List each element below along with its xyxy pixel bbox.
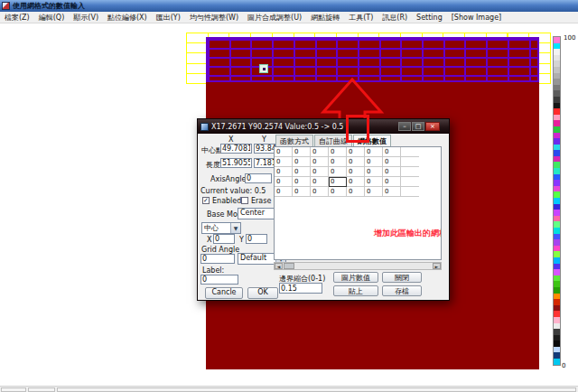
menu-item-6[interactable]: 均勻性調整(W) — [185, 12, 243, 23]
palette-swatch[interactable] — [554, 305, 560, 312]
palette-swatch[interactable] — [554, 186, 560, 192]
grid-cell[interactable]: 0 — [329, 177, 347, 187]
menu-item-10[interactable]: 訊息(R) — [378, 12, 412, 23]
palette-swatch[interactable] — [554, 126, 560, 133]
palette-swatch[interactable] — [554, 174, 560, 181]
grid-cell[interactable]: 0 — [329, 187, 347, 197]
palette-swatch[interactable] — [554, 145, 560, 151]
menu-item-7[interactable]: 圖片合成調整(U) — [243, 12, 306, 23]
grid-cell[interactable]: 0 — [347, 157, 365, 167]
tab-function-mode[interactable]: 函數方式 — [275, 135, 313, 146]
palette-swatch[interactable] — [554, 49, 560, 55]
palette-swatch[interactable] — [554, 162, 560, 168]
palette-swatch[interactable] — [554, 55, 560, 61]
paste-button[interactable]: 貼上 — [333, 285, 378, 296]
palette-swatch[interactable] — [554, 234, 560, 240]
grid-cell[interactable]: 0 — [311, 177, 329, 187]
grid-point-marker[interactable] — [259, 64, 268, 73]
grid-cell[interactable]: 0 — [365, 157, 383, 167]
axis-angle-field[interactable] — [245, 173, 272, 183]
grid-cell[interactable]: 0 — [293, 177, 311, 187]
grid-cell[interactable]: 0 — [365, 177, 383, 187]
palette-swatch[interactable] — [554, 323, 560, 330]
palette-swatch[interactable] — [554, 97, 560, 103]
grid-cell[interactable]: 0 — [311, 157, 329, 167]
y-offset-field[interactable] — [246, 234, 267, 244]
grid-cell[interactable]: 0 — [275, 157, 293, 167]
menu-item-5[interactable]: 匯出(Y) — [152, 12, 185, 23]
maximize-button[interactable]: □ — [412, 122, 424, 131]
grid-cell[interactable]: 0 — [347, 177, 365, 187]
grid-angle-field[interactable] — [200, 254, 235, 264]
grid-cell[interactable]: 0 — [275, 187, 293, 197]
palette-swatch[interactable] — [554, 168, 560, 174]
erase-dots-checkbox[interactable] — [241, 197, 248, 204]
grid-cell[interactable]: 0 — [383, 157, 401, 167]
grid-cell[interactable]: 0 — [383, 187, 401, 197]
grid-cell[interactable] — [401, 147, 419, 157]
palette-swatch[interactable] — [554, 347, 560, 353]
palette-swatch[interactable] — [554, 216, 560, 222]
menu-item-2[interactable]: 編輯(Q) — [34, 12, 70, 23]
ok-button[interactable]: OK — [247, 287, 278, 299]
palette-swatch[interactable] — [554, 108, 560, 115]
palette-swatch[interactable] — [554, 133, 560, 139]
palette-swatch[interactable] — [554, 198, 560, 204]
grid-cell[interactable]: 0 — [365, 147, 383, 157]
palette-swatch[interactable] — [554, 335, 560, 341]
grid-cell[interactable] — [401, 177, 419, 187]
grid-cell[interactable]: 0 — [329, 147, 347, 157]
grid-cell[interactable]: 0 — [347, 187, 365, 197]
anchor-select[interactable]: 中心 ▼ — [201, 222, 241, 234]
palette-swatch[interactable] — [554, 43, 560, 50]
close-dialog-button[interactable]: 關閉 — [382, 272, 422, 283]
palette-swatch[interactable] — [554, 204, 560, 210]
palette-swatch[interactable] — [554, 85, 560, 91]
palette-swatch[interactable] — [554, 281, 560, 287]
grid-cell[interactable]: 0 — [311, 187, 329, 197]
palette-swatch[interactable] — [554, 115, 560, 121]
palette-swatch[interactable] — [554, 275, 560, 282]
boundary-shrink-field[interactable] — [279, 283, 322, 294]
menu-item-4[interactable]: 點位編修(X) — [103, 12, 152, 23]
menu-item-8[interactable]: 網點旋轉 — [306, 12, 344, 23]
palette-swatch[interactable] — [554, 180, 560, 186]
palette-swatch[interactable] — [554, 61, 560, 67]
palette-swatch[interactable] — [554, 37, 560, 43]
menu-item-9[interactable]: 工具(T) — [344, 12, 378, 23]
palette-swatch[interactable] — [554, 239, 560, 246]
grid-cell[interactable]: 0 — [329, 167, 347, 177]
grid-cell[interactable]: 0 — [383, 147, 401, 157]
horizontal-scrollbar[interactable]: ◄ ► — [274, 262, 442, 270]
palette-swatch[interactable] — [554, 228, 560, 234]
minimize-button[interactable]: – — [398, 122, 411, 131]
palette-swatch[interactable] — [554, 329, 560, 335]
palette-swatch[interactable] — [554, 251, 560, 257]
palette-swatch[interactable] — [554, 90, 560, 97]
image-values-button[interactable]: 圖片數值 — [333, 272, 378, 283]
palette-swatch[interactable] — [554, 294, 560, 300]
palette-swatch[interactable] — [554, 246, 560, 252]
palette-swatch[interactable] — [554, 317, 560, 323]
palette-swatch[interactable] — [554, 264, 560, 270]
center-x-field[interactable] — [220, 144, 252, 154]
grid-cell[interactable]: 0 — [383, 177, 401, 187]
menu-item-11[interactable]: Setting — [412, 12, 447, 23]
palette-swatch[interactable] — [554, 103, 560, 109]
save-button[interactable]: 存檔 — [382, 285, 422, 296]
palette-swatch[interactable] — [554, 150, 560, 156]
palette-swatch[interactable] — [554, 287, 560, 294]
palette-swatch[interactable] — [554, 67, 560, 73]
palette-swatch[interactable] — [554, 341, 560, 347]
palette-swatch[interactable] — [554, 191, 560, 198]
menu-item-12[interactable]: [Show Image] — [447, 12, 506, 23]
palette-swatch[interactable] — [554, 299, 560, 305]
palette-swatch[interactable] — [554, 156, 560, 163]
grid-cell[interactable] — [401, 187, 419, 197]
label-field[interactable] — [200, 275, 238, 285]
menu-item-3[interactable]: 顯示(V) — [69, 12, 103, 23]
grid-cell[interactable]: 0 — [293, 157, 311, 167]
cancel-button[interactable]: Cancle — [205, 287, 243, 299]
grid-cell[interactable]: 0 — [311, 147, 329, 157]
x-offset-field[interactable] — [213, 234, 235, 244]
